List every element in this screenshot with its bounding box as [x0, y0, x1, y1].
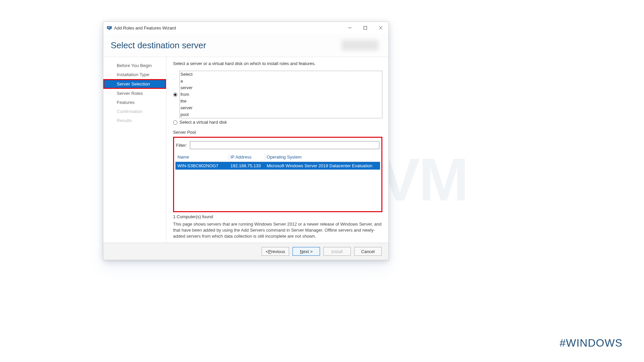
page-title: Select destination server — [111, 40, 206, 51]
server-pool-label: Server Pool — [173, 130, 382, 135]
radio-virtual-hard-disk[interactable]: Select a virtual hard disk — [173, 119, 382, 126]
cell-os: Microsoft Windows Server 2019 Datacenter… — [265, 163, 379, 168]
filter-input[interactable] — [190, 141, 380, 149]
page-description: This page shows servers that are running… — [173, 221, 382, 239]
instruction-text: Select a server or a virtual hard disk o… — [173, 61, 382, 66]
close-button[interactable] — [373, 22, 388, 34]
radio-server-pool[interactable]: Select a server from the server pool — [173, 71, 382, 118]
cancel-button[interactable]: Cancel — [354, 247, 382, 256]
radio-icon — [173, 93, 177, 97]
svg-rect-3 — [108, 29, 110, 30]
wizard-nav-sidebar: Before You Begin Installation Type Serve… — [103, 57, 166, 243]
nav-before-you-begin[interactable]: Before You Begin — [103, 61, 166, 70]
table-empty-area — [175, 170, 380, 210]
filter-label: Filter: — [176, 143, 187, 148]
table-row[interactable]: WIN-S3BC802NOG7 192.168.75.133 Microsoft… — [175, 162, 380, 170]
install-button: Install — [323, 247, 351, 256]
nav-results: Results — [103, 116, 166, 125]
radio-vhd-label: Select a virtual hard disk — [179, 119, 227, 126]
server-pool-box: Filter: Name IP Address Operating System… — [173, 137, 382, 212]
wizard-footer: < Previous Next > Install Cancel — [103, 243, 388, 260]
wizard-content: Select a server or a virtual hard disk o… — [166, 57, 388, 243]
destination-server-label-blurred — [341, 40, 378, 51]
maximize-button[interactable] — [358, 22, 373, 34]
nav-server-selection[interactable]: Server Selection — [103, 79, 166, 89]
computers-found-label: 1 Computer(s) found — [173, 214, 382, 219]
nav-confirmation: Confirmation — [103, 107, 166, 116]
nav-features[interactable]: Features — [103, 98, 166, 107]
svg-rect-1 — [108, 27, 111, 27]
svg-rect-5 — [364, 26, 367, 29]
server-table: Name IP Address Operating System WIN-S3B… — [175, 154, 380, 210]
col-header-ip[interactable]: IP Address — [229, 154, 265, 160]
nav-server-roles[interactable]: Server Roles — [103, 89, 166, 98]
cell-name: WIN-S3BC802NOG7 — [176, 163, 229, 168]
next-button[interactable]: Next > — [292, 247, 320, 256]
server-manager-icon — [107, 25, 112, 31]
col-header-name[interactable]: Name — [176, 154, 229, 160]
nav-installation-type[interactable]: Installation Type — [103, 70, 166, 79]
hashtag-label: #WINDOWS — [559, 337, 623, 349]
radio-server-pool-label: Select a server from the server pool — [179, 71, 382, 118]
col-header-os[interactable]: Operating System — [265, 154, 379, 160]
cell-ip: 192.168.75.133 — [229, 163, 265, 168]
svg-rect-2 — [108, 27, 110, 28]
window-title: Add Roles and Features Wizard — [114, 25, 342, 31]
page-header: Select destination server — [103, 34, 388, 57]
wizard-window: Add Roles and Features Wizard Select des… — [103, 21, 389, 260]
titlebar[interactable]: Add Roles and Features Wizard — [103, 22, 388, 34]
radio-icon — [173, 120, 177, 125]
minimize-button[interactable] — [342, 22, 358, 34]
previous-button[interactable]: < Previous — [262, 247, 289, 256]
